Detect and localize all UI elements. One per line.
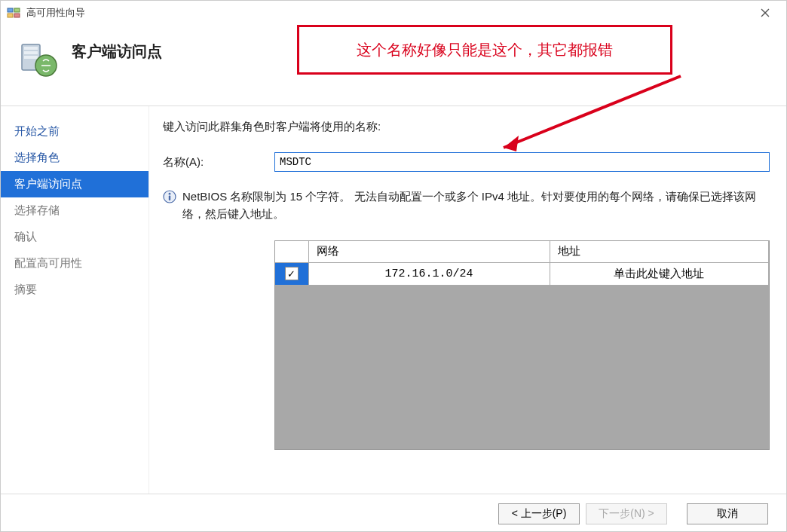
svg-rect-9 xyxy=(24,56,38,59)
window-title: 高可用性向导 xyxy=(26,6,85,20)
row-network-cell: 172.16.1.0/24 xyxy=(308,262,550,285)
svg-rect-14 xyxy=(169,196,170,201)
checkbox-checked-icon: ✓ xyxy=(285,267,299,280)
sidebar-item-client-access-point[interactable]: 客户端访问点 xyxy=(1,171,149,197)
sidebar-item-before-start[interactable]: 开始之前 xyxy=(1,118,149,145)
svg-rect-8 xyxy=(24,51,38,54)
prev-button[interactable]: < 上一步(P) xyxy=(498,503,580,524)
svg-rect-0 xyxy=(8,8,13,12)
annotation-callout: 这个名称好像只能是这个，其它都报错 xyxy=(297,25,672,75)
table-row: ✓ 172.16.1.0/24 单击此处键入地址 xyxy=(275,262,769,285)
name-label: 名称(A): xyxy=(163,155,274,170)
svg-point-13 xyxy=(169,193,171,195)
netbios-info-row: NetBIOS 名称限制为 15 个字符。 无法自动配置一个或多个 IPv4 地… xyxy=(163,188,770,222)
col-address: 地址 xyxy=(550,241,769,262)
network-table: 网络 地址 ✓ 172.16.1.0/24 单击此处键入地址 xyxy=(275,241,769,286)
name-input[interactable] xyxy=(274,152,770,172)
cancel-button[interactable]: 取消 xyxy=(687,503,768,524)
close-button[interactable] xyxy=(750,2,780,23)
instruction-text: 键入访问此群集角色时客户端将使用的名称: xyxy=(163,120,770,134)
title-bar: 高可用性向导 xyxy=(1,1,786,25)
svg-rect-2 xyxy=(8,14,13,17)
wizard-button-bar: < 上一步(P) 下一步(N) > 取消 xyxy=(1,494,786,532)
sidebar-item-select-role[interactable]: 选择角色 xyxy=(1,145,149,171)
sidebar-item-summary: 摘要 xyxy=(1,277,149,303)
annotation-text: 这个名称好像只能是这个，其它都报错 xyxy=(357,40,613,60)
network-table-wrap: 网络 地址 ✓ 172.16.1.0/24 单击此处键入地址 xyxy=(274,240,770,450)
info-icon xyxy=(163,190,176,203)
row-checkbox-cell[interactable]: ✓ xyxy=(275,262,308,285)
row-address-cell[interactable]: 单击此处键入地址 xyxy=(550,262,769,285)
svg-rect-1 xyxy=(14,8,20,12)
svg-rect-7 xyxy=(24,47,38,50)
col-check xyxy=(275,241,308,262)
wizard-steps-sidebar: 开始之前 选择角色 客户端访问点 选择存储 确认 配置高可用性 摘要 xyxy=(1,106,149,494)
wizard-header: 客户端访问点 这个名称好像只能是这个，其它都报错 xyxy=(1,25,786,106)
page-title: 客户端访问点 xyxy=(72,41,162,62)
sidebar-item-configure-ha: 配置高可用性 xyxy=(1,250,149,277)
next-button: 下一步(N) > xyxy=(586,503,667,524)
svg-rect-3 xyxy=(14,14,20,17)
netbios-info-text: NetBIOS 名称限制为 15 个字符。 无法自动配置一个或多个 IPv4 地… xyxy=(182,188,770,222)
content-area: 开始之前 选择角色 客户端访问点 选择存储 确认 配置高可用性 摘要 键入访问此… xyxy=(1,106,786,494)
client-access-point-icon xyxy=(19,38,61,81)
sidebar-item-select-storage: 选择存储 xyxy=(1,197,149,224)
sidebar-item-confirm: 确认 xyxy=(1,224,149,250)
name-row: 名称(A): xyxy=(163,152,770,172)
main-panel: 键入访问此群集角色时客户端将使用的名称: 名称(A): NetBIOS 名称限制… xyxy=(149,106,786,494)
col-network: 网络 xyxy=(308,241,550,262)
wizard-app-icon xyxy=(7,6,20,20)
